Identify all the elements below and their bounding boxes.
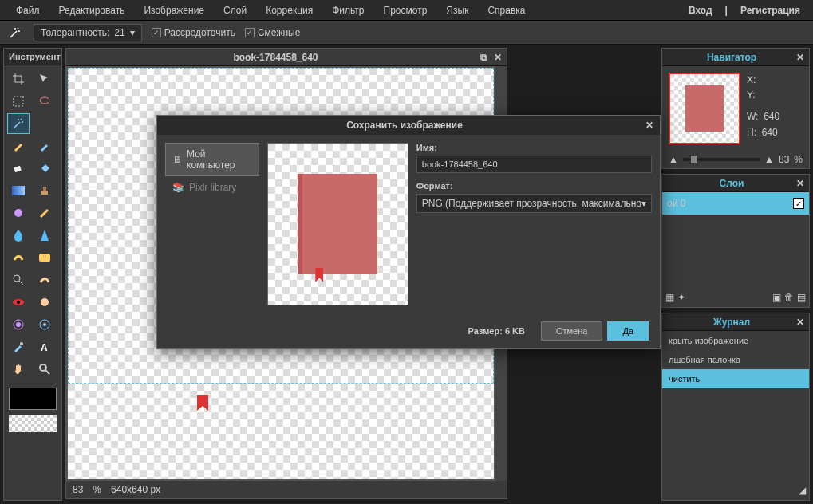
tool-move[interactable]: [34, 69, 56, 89]
menu-edit[interactable]: Редактировать: [49, 1, 135, 20]
scatter-label: Рассредоточить: [164, 27, 235, 38]
svg-point-11: [41, 298, 49, 306]
tool-pinch[interactable]: [34, 314, 56, 335]
menu-view[interactable]: Просмотр: [374, 1, 437, 20]
menu-adjust[interactable]: Коррекция: [256, 1, 322, 20]
save-dialog: Сохранить изображение ✕ 🖥 Мой компьютер …: [156, 115, 661, 349]
tool-draw[interactable]: [34, 203, 56, 223]
format-select[interactable]: PNG (Поддерживает прозрачность, максимал…: [416, 194, 652, 213]
history-item[interactable]: крыть изображение: [662, 331, 809, 350]
tolerance-control[interactable]: Толерантность: 21 ▾: [34, 24, 142, 41]
window-close-icon[interactable]: ✕: [494, 52, 502, 63]
svg-text:A: A: [41, 342, 48, 353]
tool-hand[interactable]: [7, 359, 30, 380]
tool-smudge[interactable]: [7, 247, 30, 268]
layer-item[interactable]: ой 0 ✓: [662, 192, 809, 215]
tool-type[interactable]: A: [34, 337, 56, 357]
history-item[interactable]: чистить: [662, 369, 809, 388]
tool-empty: [34, 113, 56, 134]
register-link[interactable]: Регистрация: [734, 1, 807, 20]
contiguous-checkbox[interactable]: ✓Смежные: [245, 27, 300, 38]
tool-picker[interactable]: [7, 337, 30, 357]
layers-title: Слои: [667, 178, 796, 189]
layer-delete-icon[interactable]: 🗑: [784, 292, 794, 303]
format-value: PNG (Поддерживает прозрачность, максимал…: [422, 198, 641, 209]
tool-spot[interactable]: [34, 292, 56, 313]
file-size: Размер: 6 KB: [468, 326, 525, 336]
menu-layer[interactable]: Слой: [214, 1, 256, 20]
tool-lasso[interactable]: [34, 91, 56, 112]
history-panel: Журнал✕ крыть изображение лшебная палочк…: [661, 313, 810, 501]
tool-bloat[interactable]: [7, 314, 30, 335]
tool-eraser[interactable]: [7, 158, 30, 179]
tool-dodge[interactable]: [7, 270, 30, 290]
tool-marquee[interactable]: [7, 91, 30, 112]
tool-crop[interactable]: [7, 69, 30, 89]
menu-file[interactable]: Файл: [6, 1, 49, 20]
navigator-close-icon[interactable]: ✕: [796, 52, 804, 63]
layers-close-icon[interactable]: ✕: [796, 178, 804, 189]
save-preview: [267, 143, 408, 305]
zoom-slider[interactable]: [683, 158, 760, 161]
zoom-in-icon[interactable]: ▲: [764, 154, 774, 165]
tool-replace[interactable]: [7, 203, 30, 223]
tab-my-computer[interactable]: 🖥 Мой компьютер: [165, 143, 259, 176]
svg-rect-0: [14, 96, 23, 106]
cancel-button[interactable]: Отмена: [541, 321, 602, 341]
name-label: Имя:: [416, 143, 652, 152]
scatter-checkbox[interactable]: ✓Рассредоточить: [152, 27, 235, 38]
menu-image[interactable]: Изображение: [134, 1, 214, 20]
tolerance-value: 21: [114, 27, 124, 38]
layer-menu-icon[interactable]: ▤: [797, 292, 806, 303]
tool-gradient[interactable]: [7, 180, 30, 201]
menu-filter[interactable]: Фильтр: [322, 1, 373, 20]
name-input[interactable]: [416, 156, 652, 173]
layer-mask-icon[interactable]: ▣: [772, 292, 781, 303]
tool-sponge[interactable]: [34, 247, 56, 268]
tool-brush[interactable]: [34, 136, 56, 156]
wand-icon: [6, 24, 24, 41]
tool-bucket[interactable]: [34, 158, 56, 179]
canvas-dims: 640x640 px: [111, 484, 160, 495]
tool-clone[interactable]: [34, 180, 56, 201]
tab-library-label: Pixlr library: [189, 182, 236, 193]
dialog-titlebar[interactable]: Сохранить изображение ✕: [157, 116, 660, 135]
ok-button[interactable]: Да: [607, 321, 649, 341]
tool-zoom[interactable]: [34, 359, 56, 380]
navigator-panel: Навигатор✕ X: Y: W: 640 H: 640 ▲ ▲ 83 %: [661, 48, 810, 169]
tool-blur[interactable]: [7, 225, 30, 246]
layer-new-icon[interactable]: ▦: [665, 292, 674, 303]
color-swatch-bg[interactable]: [9, 415, 57, 432]
tool-redeye[interactable]: [7, 292, 30, 313]
navigator-thumbnail[interactable]: [669, 73, 740, 144]
window-maximize-icon[interactable]: ⧉: [480, 52, 487, 63]
tool-wand[interactable]: [7, 113, 30, 134]
color-swatch-fg[interactable]: [9, 388, 57, 410]
bookmark-graphic: [197, 395, 208, 411]
document-titlebar[interactable]: book-1784458_640 ⧉ ✕: [66, 49, 507, 66]
tab-pixlr-library[interactable]: 📚 Pixlr library: [165, 176, 259, 199]
svg-rect-2: [14, 166, 22, 172]
menu-help[interactable]: Справка: [478, 1, 535, 20]
layer-fx-icon[interactable]: ✦: [677, 292, 685, 303]
history-close-icon[interactable]: ✕: [796, 317, 804, 328]
dropdown-icon: ▾: [641, 198, 646, 209]
tool-panel: Инструмент A: [3, 48, 62, 501]
dialog-close-icon[interactable]: ✕: [645, 120, 653, 131]
login-link[interactable]: Вход: [682, 1, 719, 20]
svg-point-18: [40, 364, 46, 371]
svg-point-6: [14, 209, 22, 217]
tool-sharpen[interactable]: [34, 225, 56, 246]
nav-zoom-pct: %: [794, 154, 803, 165]
dialog-title: Сохранить изображение: [164, 120, 645, 131]
menu-language[interactable]: Язык: [436, 1, 478, 20]
svg-point-14: [40, 320, 49, 329]
zoom-out-icon[interactable]: ▲: [669, 154, 678, 165]
svg-point-1: [40, 97, 49, 104]
layer-visibility-checkbox[interactable]: ✓: [793, 198, 804, 209]
history-item[interactable]: лшебная палочка: [662, 350, 809, 369]
tool-burn[interactable]: [34, 270, 56, 290]
layers-panel: Слои✕ ой 0 ✓ ▦ ✦ ▣ 🗑 ▤: [661, 174, 810, 308]
tool-pencil[interactable]: [7, 136, 30, 156]
history-menu-icon[interactable]: ◢: [799, 485, 806, 496]
